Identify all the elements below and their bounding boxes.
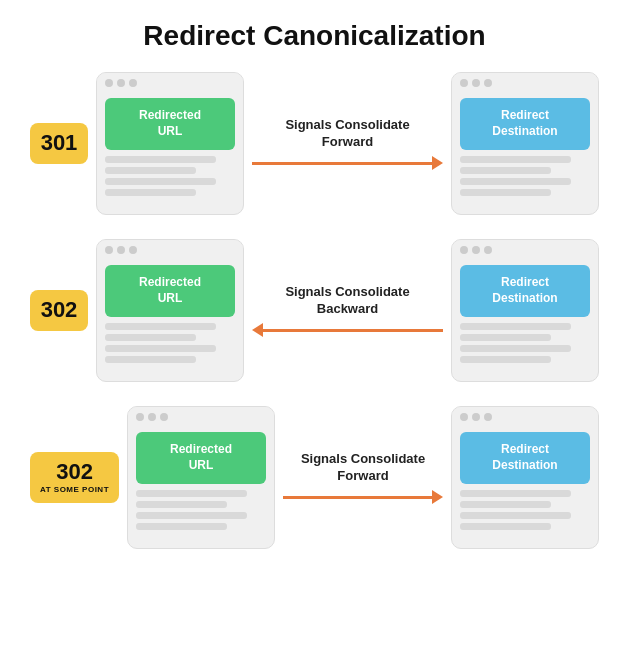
arrow-area-1: Signals ConsolidateBackward	[252, 284, 443, 338]
toolbar	[452, 407, 598, 426]
dot2	[117, 246, 125, 254]
arrow-line	[263, 329, 443, 332]
right-browser-2: RedirectDestination	[451, 406, 599, 549]
arrow-head	[432, 156, 443, 170]
dot3	[129, 79, 137, 87]
toolbar	[452, 73, 598, 92]
line2	[460, 167, 551, 174]
page-title: Redirect Canonicalization	[30, 20, 599, 52]
redirected-url-block-2: RedirectedURL	[136, 432, 266, 484]
line3	[460, 512, 571, 519]
line4	[460, 523, 551, 530]
toolbar	[128, 407, 274, 426]
browser-content: RedirectDestination	[452, 92, 598, 206]
line2	[136, 501, 227, 508]
line2	[105, 167, 196, 174]
dot3	[484, 413, 492, 421]
line3	[105, 178, 216, 185]
line1	[105, 323, 216, 330]
dot3	[484, 79, 492, 87]
line1	[460, 490, 571, 497]
browser-content: RedirectDestination	[452, 259, 598, 373]
dot1	[460, 79, 468, 87]
dot3	[484, 246, 492, 254]
line1	[460, 156, 571, 163]
browser-content: RedirectedURL	[97, 92, 243, 206]
browser-content: RedirectedURL	[128, 426, 274, 540]
dot1	[136, 413, 144, 421]
badge-1: 302	[30, 290, 88, 330]
line2	[105, 334, 196, 341]
left-browser-2: RedirectedURL	[127, 406, 275, 549]
badge-2: 302AT SOME POINT	[30, 452, 119, 503]
badge-number-0: 301	[40, 131, 78, 155]
browser-content: RedirectDestination	[452, 426, 598, 540]
line4	[460, 356, 551, 363]
toolbar	[97, 73, 243, 92]
dot2	[148, 413, 156, 421]
line1	[105, 156, 216, 163]
signal-label-1: Signals ConsolidateBackward	[285, 284, 409, 318]
line1	[136, 490, 247, 497]
dot1	[105, 79, 113, 87]
arrow-line	[283, 496, 432, 499]
line3	[460, 345, 571, 352]
toolbar	[452, 240, 598, 259]
line3	[105, 345, 216, 352]
dot3	[160, 413, 168, 421]
destination-block-2: RedirectDestination	[460, 432, 590, 484]
destination-block-1: RedirectDestination	[460, 265, 590, 317]
arrow-head	[432, 490, 443, 504]
arrow-area-2: Signals ConsolidateForward	[283, 451, 443, 505]
dot2	[472, 246, 480, 254]
badge-number-1: 302	[40, 298, 78, 322]
left-browser-1: RedirectedURL	[96, 239, 244, 382]
arrow-1	[252, 323, 443, 337]
line3	[460, 178, 571, 185]
line1	[460, 323, 571, 330]
dot2	[117, 79, 125, 87]
redirect-row-2: 302AT SOME POINT RedirectedURL Signals C…	[30, 406, 599, 549]
dot1	[460, 413, 468, 421]
arrow-area-0: Signals ConsolidateForward	[252, 117, 443, 171]
arrow-line	[252, 162, 432, 165]
line3	[136, 512, 247, 519]
signal-label-2: Signals ConsolidateForward	[301, 451, 425, 485]
redirect-row-0: 301 RedirectedURL Signals ConsolidateFor…	[30, 72, 599, 215]
redirected-url-block-0: RedirectedURL	[105, 98, 235, 150]
arrow-head	[252, 323, 263, 337]
badge-0: 301	[30, 123, 88, 163]
line2	[460, 501, 551, 508]
arrow-0	[252, 156, 443, 170]
redirected-url-block-1: RedirectedURL	[105, 265, 235, 317]
right-browser-0: RedirectDestination	[451, 72, 599, 215]
dot3	[129, 246, 137, 254]
line2	[460, 334, 551, 341]
line4	[460, 189, 551, 196]
line4	[105, 189, 196, 196]
redirect-row-1: 302 RedirectedURL Signals ConsolidateBac…	[30, 239, 599, 382]
signal-label-0: Signals ConsolidateForward	[285, 117, 409, 151]
toolbar	[97, 240, 243, 259]
badge-sub-2: AT SOME POINT	[40, 486, 109, 495]
dot2	[472, 413, 480, 421]
dot1	[105, 246, 113, 254]
line4	[105, 356, 196, 363]
line4	[136, 523, 227, 530]
destination-block-0: RedirectDestination	[460, 98, 590, 150]
browser-content: RedirectedURL	[97, 259, 243, 373]
left-browser-0: RedirectedURL	[96, 72, 244, 215]
dot2	[472, 79, 480, 87]
dot1	[460, 246, 468, 254]
arrow-2	[283, 490, 443, 504]
badge-number-2: 302	[40, 460, 109, 484]
right-browser-1: RedirectDestination	[451, 239, 599, 382]
